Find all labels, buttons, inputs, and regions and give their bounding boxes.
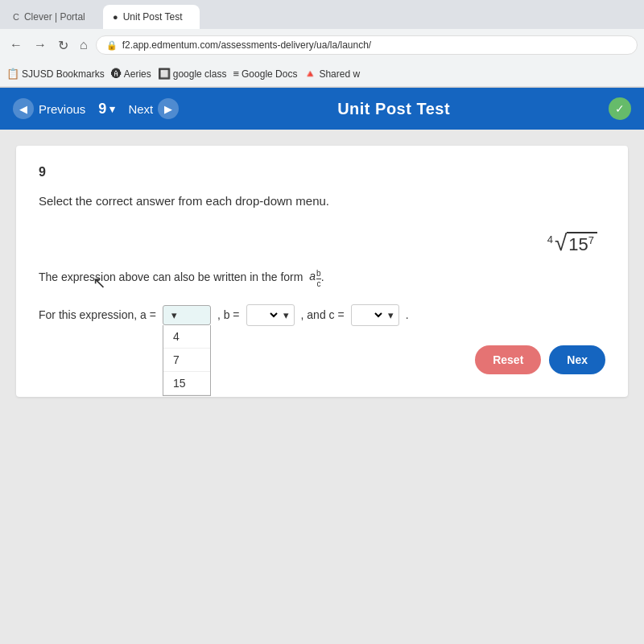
main-content: 9 Select the correct answer from each dr… — [0, 130, 644, 644]
dropdown-b-select[interactable]: 4 7 15 — [252, 308, 280, 322]
dropdown-a-option-7[interactable]: 7 — [163, 349, 210, 372]
radical-exponent: 7 — [588, 234, 594, 246]
bookmark-sjusd[interactable]: 📋 SJUSD Bookmarks — [6, 68, 105, 80]
tab-bar: C Clever | Portal ● Unit Post Test — [0, 0, 644, 29]
button-row: Reset Nex — [39, 345, 605, 374]
expression-form-var: a — [309, 270, 316, 283]
dropdown-c-arrow-icon: ▾ — [388, 309, 394, 321]
bookmark-shared[interactable]: 🔺 Shared w — [303, 68, 360, 80]
bookmark-label-shared: Shared w — [319, 68, 360, 80]
previous-button[interactable]: ◀ Previous — [13, 98, 85, 119]
next-button[interactable]: Nex — [549, 345, 605, 374]
dropdown-c[interactable]: 4 7 15 ▾ — [351, 304, 399, 326]
radical-symbol: √ — [555, 232, 567, 254]
expression-text-part: The expression above can also be written… — [39, 270, 303, 283]
radical-content: 157 — [567, 232, 597, 255]
b-label: , b = — [217, 308, 240, 321]
bookmark-label-gclass: google class — [173, 68, 227, 80]
page-title: Unit Post Test — [192, 100, 596, 118]
bookmark-icon-aeries: 🅐 — [111, 68, 122, 80]
next-nav-label: Next — [128, 102, 153, 116]
tab-icon-test: ● — [113, 12, 118, 22]
bookmark-aeries[interactable]: 🅐 Aeries — [111, 68, 151, 80]
bookmark-label-aeries: Aeries — [124, 68, 151, 80]
lock-icon: 🔒 — [106, 40, 118, 51]
browser-chrome: C Clever | Portal ● Unit Post Test ← → ↻… — [0, 0, 644, 88]
previous-label: Previous — [39, 102, 85, 116]
bookmark-google-docs[interactable]: ≡ Google Docs — [233, 68, 297, 80]
bookmark-label-sjusd: SJUSD Bookmarks — [22, 68, 105, 80]
dropdown-b[interactable]: 4 7 15 ▾ — [246, 304, 295, 326]
radical-index: 4 — [547, 233, 553, 246]
tab-clever[interactable]: C Clever | Portal — [3, 5, 100, 29]
question-instructions: Select the correct answer from each drop… — [39, 194, 605, 208]
app-navigation-bar: ◀ Previous 9 ▾ Next ▶ Unit Post Test ✓ — [0, 88, 644, 130]
dropdown-a-list: 4 7 15 — [163, 325, 211, 396]
bookmark-label-gdocs: Google Docs — [242, 68, 297, 80]
next-nav-button[interactable]: Next ▶ — [128, 98, 179, 119]
address-bar[interactable]: 🔒 f2.app.edmentum.com/assessments-delive… — [96, 35, 638, 55]
for-expression-label: For this expression, a = — [39, 308, 156, 321]
reload-button[interactable]: ↻ — [55, 35, 72, 56]
expression-row: For this expression, a = ▾ 4 7 15 , b = — [39, 304, 605, 326]
bookmarks-bar: 📋 SJUSD Bookmarks 🅐 Aeries 🔲 google clas… — [0, 61, 644, 87]
forward-button[interactable]: → — [31, 35, 50, 56]
period: . — [406, 308, 409, 321]
question-number: 9 — [39, 165, 605, 180]
completion-check-icon: ✓ — [609, 97, 631, 120]
reset-button[interactable]: Reset — [475, 345, 541, 374]
expression-description: The expression above can also be written… — [39, 268, 605, 288]
home-button[interactable]: ⌂ — [76, 35, 91, 56]
c-label: , and c = — [301, 308, 345, 321]
tab-label-test: Unit Post Test — [123, 11, 183, 23]
bookmark-icon-sjusd: 📋 — [6, 68, 19, 80]
question-number-selector[interactable]: 9 ▾ — [98, 101, 115, 118]
prev-arrow-icon: ◀ — [13, 98, 34, 119]
period-after-form: . — [321, 270, 324, 283]
address-bar-row: ← → ↻ ⌂ 🔒 f2.app.edmentum.com/assessment… — [0, 29, 644, 61]
tab-label-clever: Clever | Portal — [24, 11, 85, 23]
bookmark-icon-gdocs: ≡ — [233, 68, 239, 80]
dropdown-b-arrow-icon: ▾ — [283, 309, 289, 321]
dropdown-a-option-15[interactable]: 15 — [163, 372, 210, 395]
math-expression-area: 4 √ 157 — [39, 232, 605, 255]
dropdown-c-select[interactable]: 4 7 15 — [357, 308, 385, 322]
radical-expression: 4 √ 157 — [547, 232, 597, 255]
bookmark-icon-shared: 🔺 — [303, 68, 316, 80]
tab-icon-clever: C — [13, 12, 19, 22]
next-arrow-icon: ▶ — [158, 98, 179, 119]
dropdown-a-arrow-icon: ▾ — [171, 309, 177, 321]
address-text: f2.app.edmentum.com/assessments-delivery… — [122, 39, 372, 51]
question-number-display: 9 — [98, 101, 106, 118]
bookmark-icon-gclass: 🔲 — [158, 68, 171, 80]
dropdown-a-option-4[interactable]: 4 — [163, 325, 210, 349]
dropdown-a-trigger[interactable]: ▾ — [163, 305, 211, 325]
bookmark-google-class[interactable]: 🔲 google class — [158, 68, 227, 80]
radical-base: 15 — [568, 234, 588, 254]
back-button[interactable]: ← — [6, 35, 26, 56]
question-card: 9 Select the correct answer from each dr… — [16, 146, 628, 397]
tab-unit-post-test[interactable]: ● Unit Post Test — [103, 5, 200, 29]
question-dropdown-arrow-icon: ▾ — [109, 103, 115, 115]
dropdown-a-container: ▾ 4 7 15 — [163, 304, 211, 325]
